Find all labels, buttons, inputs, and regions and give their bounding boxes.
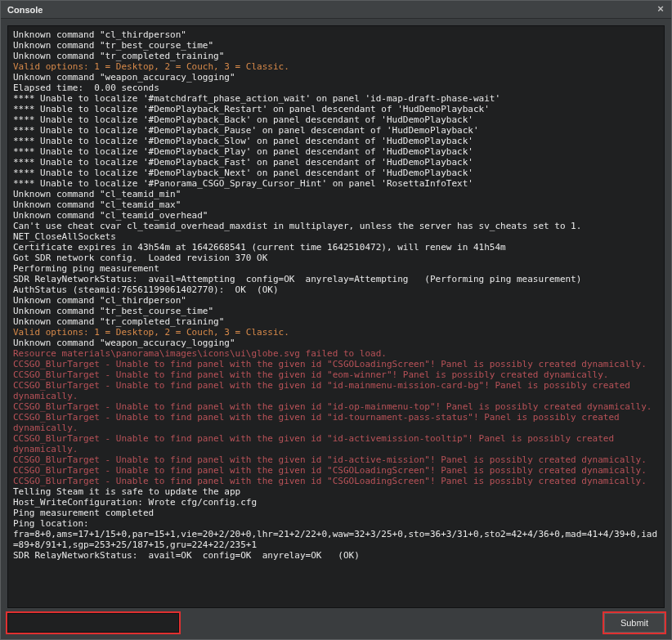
- console-line: Unknown command "tr_best_course_time": [13, 306, 659, 316]
- console-line: Performing ping measurement: [13, 263, 659, 274]
- console-window: Console × Unknown command "cl_thirdperso…: [0, 0, 672, 640]
- console-line: CCSGO_BlurTarget - Unable to find panel …: [13, 465, 659, 476]
- console-line: Unknown command "cl_teamid_max": [13, 199, 659, 210]
- console-line: Telling Steam it is safe to update the a…: [13, 486, 659, 497]
- input-bar: Submit: [1, 611, 671, 639]
- console-line: CCSGO_BlurTarget - Unable to find panel …: [13, 359, 659, 369]
- console-line: **** Unable to localize '#DemoPlayback_P…: [13, 146, 659, 157]
- console-line: **** Unable to localize '#Panorama_CSGO_…: [13, 178, 659, 189]
- console-line: CCSGO_BlurTarget - Unable to find panel …: [13, 454, 659, 465]
- console-line: Unknown command "tr_completed_training": [13, 51, 659, 61]
- console-line: Unknown command "cl_teamid_min": [13, 189, 659, 199]
- console-line: **** Unable to localize '#matchdraft_pha…: [13, 93, 659, 104]
- submit-button[interactable]: Submit: [604, 613, 665, 633]
- console-line: CCSGO_BlurTarget - Unable to find panel …: [13, 412, 659, 433]
- console-line: CCSGO_BlurTarget - Unable to find panel …: [13, 476, 659, 486]
- console-line: Unknown command "cl_thirdperson": [13, 29, 659, 40]
- console-line: NET_CloseAllSockets: [13, 231, 659, 242]
- console-line: Resource materials\panorama\images\icons…: [13, 348, 659, 359]
- console-line: Unknown command "weapon_accuracy_logging…: [13, 72, 659, 83]
- console-line: **** Unable to localize '#DemoPlayback_R…: [13, 104, 659, 114]
- console-line: Unknown command "tr_completed_training": [13, 316, 659, 327]
- console-line: Elapsed time: 0.00 seconds: [13, 83, 659, 93]
- console-line: **** Unable to localize '#DemoPlayback_F…: [13, 157, 659, 168]
- console-line: Unknown command "weapon_accuracy_logging…: [13, 338, 659, 348]
- console-line: Unknown command "cl_thirdperson": [13, 295, 659, 306]
- window-title: Console: [7, 5, 43, 15]
- console-line: Ping measurement completed: [13, 508, 659, 518]
- console-input[interactable]: [7, 613, 179, 633]
- console-line: Certificate expires in 43h54m at 1642668…: [13, 242, 659, 253]
- console-line: Valid options: 1 = Desktop, 2 = Couch, 3…: [13, 327, 659, 338]
- console-line: Unknown command "cl_teamid_overhead": [13, 210, 659, 221]
- console-line: Can't use cheat cvar cl_teamid_overhead_…: [13, 221, 659, 231]
- console-line: Valid options: 1 = Desktop, 2 = Couch, 3…: [13, 61, 659, 72]
- close-icon[interactable]: ×: [655, 4, 666, 16]
- console-line: Got SDR network config. Loaded revision …: [13, 253, 659, 263]
- console-line: CCSGO_BlurTarget - Unable to find panel …: [13, 369, 659, 380]
- console-line: Unknown command "tr_best_course_time": [13, 40, 659, 51]
- console-line: AuthStatus (steamid:76561199061402770): …: [13, 284, 659, 295]
- titlebar[interactable]: Console ×: [1, 1, 671, 19]
- console-output[interactable]: Unknown command "cl_thirdperson"Unknown …: [7, 25, 665, 608]
- console-line: **** Unable to localize '#DemoPlayback_P…: [13, 125, 659, 136]
- console-line: SDR RelayNetworkStatus: avail=Attempting…: [13, 274, 659, 284]
- console-line: **** Unable to localize '#DemoPlayback_B…: [13, 114, 659, 125]
- console-line: Ping location: fra=8+0,ams=17+1/15+0,par…: [13, 518, 659, 550]
- console-line: CCSGO_BlurTarget - Unable to find panel …: [13, 433, 659, 454]
- console-line: CCSGO_BlurTarget - Unable to find panel …: [13, 380, 659, 401]
- console-line: SDR RelayNetworkStatus: avail=OK config=…: [13, 550, 659, 561]
- console-line: **** Unable to localize '#DemoPlayback_N…: [13, 168, 659, 178]
- console-line: **** Unable to localize '#DemoPlayback_S…: [13, 136, 659, 146]
- console-line: CCSGO_BlurTarget - Unable to find panel …: [13, 401, 659, 412]
- console-line: Host_WriteConfiguration: Wrote cfg/confi…: [13, 497, 659, 508]
